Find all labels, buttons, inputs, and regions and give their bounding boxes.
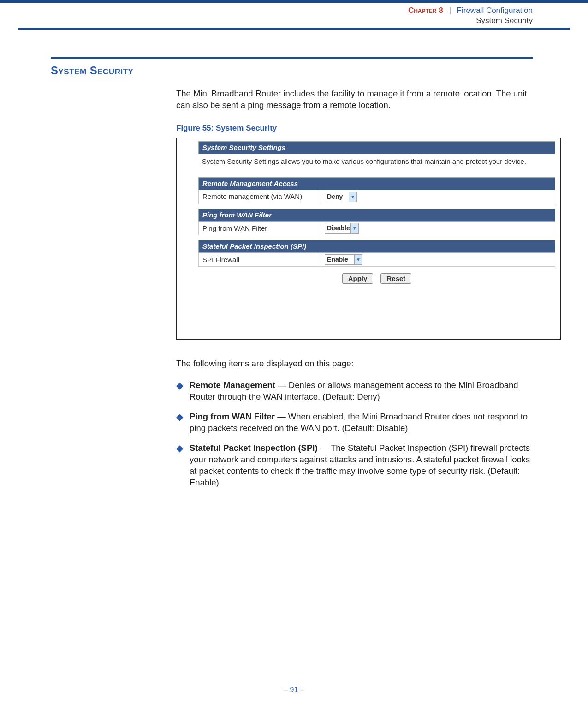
chevron-down-icon: ▼ [354, 255, 362, 264]
list-item: ◆ Remote Management — Denies or allows m… [176, 380, 533, 403]
section-rule [51, 57, 533, 59]
items-lead: The following items are displayed on thi… [176, 358, 533, 370]
ping-filter-select[interactable]: Disable ▼ [325, 223, 359, 234]
ping-filter-select-value: Disable [327, 224, 350, 232]
bullet-bold: Remote Management [190, 380, 275, 390]
list-item: ◆ Ping from WAN Filter — When enabled, t… [176, 411, 533, 434]
panel-system-security: System Security Settings System Security… [198, 141, 555, 173]
panel2-title: Remote Management Access [199, 177, 555, 190]
panel-remote-management: Remote Management Access Remote manageme… [198, 177, 555, 204]
chapter-title: Firewall Configuration [457, 6, 533, 15]
bullet-text: Remote Management — Denies or allows man… [190, 380, 533, 403]
diamond-bullet-icon: ◆ [176, 443, 183, 489]
panel3-title: Ping from WAN Filter [199, 209, 555, 221]
apply-button[interactable]: Apply [342, 273, 374, 284]
header-section-label: System Security [0, 16, 533, 26]
panel1-title: System Security Settings [199, 142, 555, 154]
header-separator: | [449, 6, 451, 15]
list-item: ◆ Stateful Packet Inspection (SPI) — The… [176, 443, 533, 489]
header-chapter-line: Chapter 8 | Firewall Configuration [0, 6, 533, 16]
section-heading: System Security [51, 64, 533, 77]
panel3-row-label: Ping from WAN Filter [199, 222, 321, 235]
bullet-text: Ping from WAN Filter — When enabled, the… [190, 411, 533, 434]
spi-firewall-select[interactable]: Enable ▼ [325, 254, 362, 265]
bullet-text: Stateful Packet Inspection (SPI) — The S… [190, 443, 533, 489]
page-header: Chapter 8 | Firewall Configuration Syste… [0, 3, 588, 28]
remote-management-select[interactable]: Deny ▼ [325, 192, 357, 202]
chapter-label: Chapter 8 [408, 6, 443, 15]
button-row: Apply Reset [198, 271, 555, 285]
router-screenshot: System Security Settings System Security… [176, 138, 561, 340]
panel-spi: Stateful Packet Inspection (SPI) SPI Fir… [198, 240, 555, 267]
panel1-desc: System Security Settings allows you to m… [198, 154, 555, 173]
reset-button[interactable]: Reset [380, 273, 411, 284]
remote-management-select-value: Deny [327, 193, 343, 200]
panel4-row-label: SPI Firewall [199, 253, 321, 267]
panel4-title: Stateful Packet Inspection (SPI) [199, 240, 555, 253]
diamond-bullet-icon: ◆ [176, 380, 183, 403]
panel2-row-label: Remote management (via WAN) [199, 190, 321, 204]
spi-firewall-select-value: Enable [327, 256, 348, 263]
panel-ping-filter: Ping from WAN Filter Ping from WAN Filte… [198, 209, 555, 235]
page-footer: – 91 – [0, 686, 588, 694]
intro-paragraph: The Mini Broadband Router includes the f… [176, 88, 533, 111]
bullet-bold: Ping from WAN Filter [190, 412, 275, 421]
chevron-down-icon: ▼ [350, 223, 358, 233]
figure-caption: Figure 55: System Security [176, 123, 533, 134]
chevron-down-icon: ▼ [349, 192, 356, 202]
diamond-bullet-icon: ◆ [176, 411, 183, 434]
bullet-bold: Stateful Packet Inspection (SPI) [190, 443, 318, 453]
